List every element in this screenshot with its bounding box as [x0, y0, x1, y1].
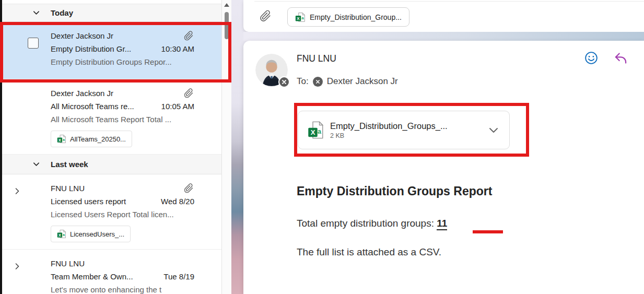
svg-text:X: X: [58, 138, 61, 143]
desktop-wallpaper-strip: [243, 32, 644, 41]
sender-name: Dexter Jackson Jr: [51, 87, 180, 100]
svg-text:a: a: [63, 138, 65, 142]
chevron-right-icon[interactable]: [13, 262, 21, 271]
svg-text:a: a: [63, 233, 65, 237]
attachment-chip-label: AllTeams_20250...: [70, 135, 126, 143]
reply-button[interactable]: [614, 51, 628, 65]
blocked-badge-icon: [278, 76, 290, 88]
sender-name: Dexter Jackson Jr: [51, 29, 180, 42]
email-preview: All Microsoft Teams Report Total ...: [51, 113, 194, 126]
recipient-name[interactable]: Dexter Jackson Jr: [327, 76, 398, 87]
attachment-chip[interactable]: a X AllTeams_20250...: [51, 131, 132, 147]
email-timestamp: Tue 8/19: [163, 270, 194, 283]
attachment-chip-label: Empty_Distribution_Group...: [310, 13, 402, 21]
email-subject: Empty Distribution Gr...: [51, 42, 158, 55]
attachment-chip[interactable]: a X Empty_Distribution_Group...: [287, 7, 409, 27]
chevron-down-icon[interactable]: [32, 9, 40, 17]
scrollbar-thumb[interactable]: [225, 12, 229, 39]
email-preview: Licensed Users Report Total licen...: [51, 208, 194, 221]
paperclip-icon: [183, 88, 194, 99]
email-preview: Empty Distribution Groups Repor...: [51, 55, 194, 68]
reply-arrow-icon: [614, 51, 628, 65]
section-header-last-week[interactable]: Last week: [2, 155, 221, 174]
email-subject: Team Member & Own...: [51, 270, 160, 283]
chevron-right-icon[interactable]: [13, 187, 21, 195]
email-subject: All Microsoft Teams re...: [51, 100, 158, 113]
email-list-panel: Today Dexter Jackson Jr Empty Distributi…: [2, 0, 221, 294]
paperclip-icon: [259, 9, 272, 22]
to-label: To:: [297, 76, 309, 87]
recipient-blocked-icon: [313, 77, 323, 87]
section-label: Last week: [51, 160, 88, 169]
body-total-value: 11: [437, 218, 447, 230]
attachment-filename: Empty_Distribution_Groups_...: [330, 121, 483, 131]
email-list-item[interactable]: FNU LNU Licensed users report Wed 8/20 L…: [2, 174, 221, 250]
svg-text:X: X: [297, 16, 300, 21]
excel-file-icon: a X: [308, 121, 323, 139]
attachment-meta: Empty_Distribution_Groups_... 2 KB: [330, 121, 483, 139]
body-note-line: The full list is attached as a CSV.: [297, 246, 441, 258]
email-list-item[interactable]: Dexter Jackson Jr All Microsoft Teams re…: [2, 79, 221, 155]
email-timestamp: 10:05 AM: [161, 100, 194, 113]
compose-attachment-bar: a X Empty_Distribution_Group...: [243, 0, 644, 32]
paperclip-icon: [183, 183, 194, 194]
message-actions: [584, 51, 628, 65]
section-header-today[interactable]: Today: [2, 4, 221, 22]
svg-text:a: a: [318, 128, 322, 135]
sender-name: FNU LNU: [51, 182, 180, 195]
paperclip-icon: [183, 30, 194, 41]
email-list-scrollbar[interactable]: [221, 0, 231, 294]
email-timestamp: Wed 8/20: [161, 195, 194, 208]
emoji-reaction-button[interactable]: [584, 51, 598, 65]
sender-avatar[interactable]: [255, 54, 288, 86]
email-preview: Let's move onto enhancing the t: [51, 283, 194, 294]
attachment-bar-divider: [254, 1, 644, 2]
smiley-icon: [584, 51, 598, 65]
attachment-chip-label: LicensedUsers_...: [70, 230, 124, 238]
list-top-sliver: [2, 0, 221, 4]
selection-checkbox[interactable]: [28, 38, 39, 49]
excel-file-icon: a X: [57, 134, 66, 144]
scroll-up-icon[interactable]: [224, 3, 229, 7]
email-list-item[interactable]: FNU LNU Team Member & Own... Tue 8/19 Le…: [2, 250, 221, 294]
section-label: Today: [51, 8, 73, 17]
chevron-down-icon[interactable]: [32, 160, 40, 168]
recipient-line: To: Dexter Jackson Jr: [297, 76, 398, 87]
chevron-down-icon[interactable]: [487, 124, 500, 136]
body-total-line: Total empty distribution groups: 11: [297, 218, 447, 229]
email-timestamp: 10:30 AM: [161, 42, 194, 55]
outlook-window: { "colors": { "annotation_red": "#e31b1b…: [0, 0, 644, 294]
excel-file-icon: a X: [57, 229, 66, 239]
body-total-prefix: Total empty distribution groups:: [297, 218, 437, 229]
attachment-card[interactable]: a X Empty_Distribution_Groups_... 2 KB: [298, 111, 510, 149]
excel-file-icon: a X: [295, 12, 306, 22]
email-subject: Licensed users report: [51, 195, 158, 208]
attachment-chip[interactable]: a X LicensedUsers_...: [51, 226, 131, 242]
email-body-heading: Empty Distribution Groups Report: [297, 184, 492, 198]
svg-text:X: X: [58, 233, 61, 238]
svg-text:X: X: [311, 128, 315, 136]
email-list-item[interactable]: Dexter Jackson Jr Empty Distribution Gr.…: [2, 22, 221, 79]
attachment-filesize: 2 KB: [330, 132, 483, 139]
sender-name: FNU LNU: [51, 257, 194, 270]
reading-pane: FNU LNU To: Dexter Jackson Jr: [243, 41, 644, 294]
sender-name[interactable]: FNU LNU: [297, 53, 336, 64]
